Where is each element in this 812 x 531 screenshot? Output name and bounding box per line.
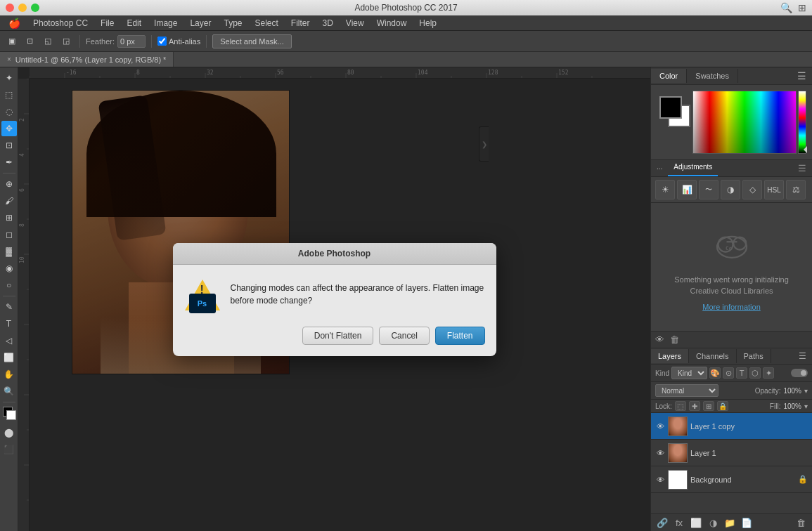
menu-help[interactable]: Help — [413, 17, 442, 29]
more-info-link[interactable]: More information — [702, 303, 761, 311]
tool-move[interactable]: ✦ — [1, 70, 17, 86]
add-style-button[interactable]: fx — [672, 516, 686, 529]
color-gradient-field[interactable] — [692, 91, 797, 154]
tool-stamp[interactable]: ⊞ — [1, 210, 17, 225]
anti-alias-checkbox[interactable]: Anti-alias — [157, 37, 200, 46]
tool-brush[interactable]: 🖌 — [1, 193, 17, 209]
tool-marquee[interactable]: ⬚ — [1, 87, 17, 103]
tab-swatches[interactable]: Swatches — [687, 69, 738, 83]
tool-eyedropper[interactable]: ✒ — [1, 155, 17, 170]
tool-crop[interactable]: ⊡ — [1, 138, 17, 153]
tab-color[interactable]: Color — [651, 69, 687, 83]
lock-pixels-btn[interactable]: ⬚ — [675, 401, 686, 411]
menu-file[interactable]: File — [95, 17, 120, 29]
adjustment-hsl[interactable]: HSL — [764, 180, 784, 199]
tool-shape[interactable]: ⬜ — [1, 350, 17, 365]
color-slider[interactable] — [798, 91, 806, 154]
tool-lasso[interactable]: ◌ — [1, 104, 17, 119]
delete-layer-button[interactable]: 🗑 — [794, 516, 808, 529]
opacity-value[interactable]: 100% — [783, 387, 801, 395]
doc-close-icon[interactable]: × — [7, 55, 11, 63]
flatten-button[interactable]: Flatten — [435, 327, 485, 345]
tool-hand[interactable]: ✋ — [1, 367, 17, 382]
filter-text-icon[interactable]: T — [736, 367, 747, 379]
menu-3d[interactable]: 3D — [317, 17, 339, 29]
dont-flatten-button[interactable]: Don't Flatten — [302, 327, 374, 345]
tool-blur[interactable]: ◉ — [1, 261, 17, 276]
tab-channels[interactable]: Channels — [689, 349, 736, 363]
filter-adjust-icon[interactable]: ⊙ — [723, 367, 734, 379]
tool-quick-mask[interactable]: ⬤ — [1, 425, 17, 440]
layer-visibility-background[interactable]: 👁 — [655, 475, 665, 485]
link-layers-button[interactable]: 🔗 — [655, 516, 669, 529]
close-button[interactable] — [6, 4, 14, 12]
blend-mode-select[interactable]: Normal Multiply Screen Overlay — [655, 384, 718, 397]
filter-smart-icon[interactable]: ✦ — [763, 367, 774, 379]
filter-toggle-switch[interactable] — [791, 369, 808, 377]
lock-all-btn[interactable]: 🔒 — [717, 401, 728, 411]
trash-icon-libraries[interactable]: 🗑 — [670, 334, 679, 345]
menu-edit[interactable]: Edit — [121, 17, 147, 29]
foreground-color-swatch[interactable] — [659, 96, 682, 119]
tab-libraries-overflow[interactable]: ... — [651, 160, 668, 176]
document-tab[interactable]: × Untitled-1 @ 66,7% (Layer 1 copy, RGB/… — [0, 52, 174, 67]
menu-layer[interactable]: Layer — [184, 17, 217, 29]
feather-input[interactable] — [117, 35, 146, 48]
menu-select[interactable]: Select — [249, 17, 283, 29]
adjustment-color-balance[interactable]: ⚖ — [786, 180, 806, 199]
tool-magic-wand[interactable]: ✥ — [1, 121, 17, 136]
tab-paths[interactable]: Paths — [737, 349, 771, 363]
tab-adjustments[interactable]: Adjustments — [668, 160, 718, 176]
fill-stepper[interactable]: ▾ — [804, 402, 808, 410]
eye-icon[interactable]: 👁 — [655, 334, 664, 345]
adjustment-vibrance[interactable]: ◇ — [742, 180, 762, 199]
tool-dodge[interactable]: ○ — [1, 277, 17, 293]
select-mask-button[interactable]: Select and Mask... — [212, 34, 292, 48]
menu-filter[interactable]: Filter — [285, 17, 316, 29]
adjustment-exposure[interactable]: ◑ — [721, 180, 740, 199]
layer-item-background[interactable]: 👁 Background 🔒 — [651, 466, 812, 493]
tool-screen-mode[interactable]: ⬛ — [1, 442, 17, 457]
tool-text[interactable]: T — [1, 316, 17, 332]
tool-path-select[interactable]: ◁ — [1, 333, 17, 348]
lock-artboard-btn[interactable]: ⊞ — [703, 401, 714, 411]
search-icon[interactable]: 🔍 — [780, 2, 792, 13]
adjustment-brightness[interactable]: ☀ — [655, 180, 675, 199]
tool-gradient[interactable]: ▓ — [1, 244, 17, 259]
tool-pen[interactable]: ✎ — [1, 299, 17, 315]
filter-shape-icon[interactable]: ⬡ — [749, 367, 761, 379]
panel-icon[interactable]: ⊞ — [798, 2, 806, 13]
maximize-button[interactable] — [31, 4, 39, 12]
fill-value[interactable]: 100% — [783, 402, 801, 410]
layer-item-layer1copy[interactable]: 👁 Layer 1 copy — [651, 413, 812, 440]
tool-shape-square[interactable]: ▣ — [4, 35, 20, 47]
adjustment-levels[interactable]: 📊 — [677, 180, 697, 199]
color-spectrum[interactable] — [692, 91, 797, 154]
add-mask-button[interactable]: ⬜ — [689, 516, 703, 529]
layer-item-layer1[interactable]: 👁 Layer 1 — [651, 440, 812, 466]
new-group-button[interactable]: 📁 — [723, 516, 737, 529]
cancel-button[interactable]: Cancel — [379, 327, 429, 345]
adjustment-curves[interactable]: 〜 — [699, 180, 718, 199]
minimize-button[interactable] — [18, 4, 27, 12]
menu-photoshop[interactable]: Photoshop CC — [27, 17, 94, 29]
menu-view[interactable]: View — [340, 17, 370, 29]
kind-select[interactable]: Kind — [671, 367, 707, 379]
tool-shape-lasso[interactable]: ◱ — [40, 35, 56, 47]
tool-healing[interactable]: ⊕ — [1, 176, 17, 192]
new-layer-button[interactable]: 📄 — [740, 516, 754, 529]
tool-eraser[interactable]: ◻ — [1, 227, 17, 242]
filter-pixel-icon[interactable]: 🎨 — [709, 367, 721, 379]
opacity-stepper[interactable]: ▾ — [804, 387, 808, 395]
lock-move-btn[interactable]: ✚ — [689, 401, 700, 411]
apple-menu[interactable]: 🍎 — [3, 18, 26, 29]
layer-visibility-layer1[interactable]: 👁 — [655, 448, 665, 458]
layers-panel-menu[interactable]: ☰ — [793, 348, 812, 364]
new-fill-layer-button[interactable]: ◑ — [706, 516, 720, 529]
tool-shape-marquee[interactable]: ◲ — [58, 35, 74, 47]
adjustments-menu[interactable]: ☰ — [792, 160, 812, 176]
tool-foreground-color[interactable] — [1, 405, 17, 421]
menu-window[interactable]: Window — [371, 17, 413, 29]
tab-layers[interactable]: Layers — [651, 349, 689, 363]
tool-zoom[interactable]: 🔍 — [1, 383, 17, 399]
